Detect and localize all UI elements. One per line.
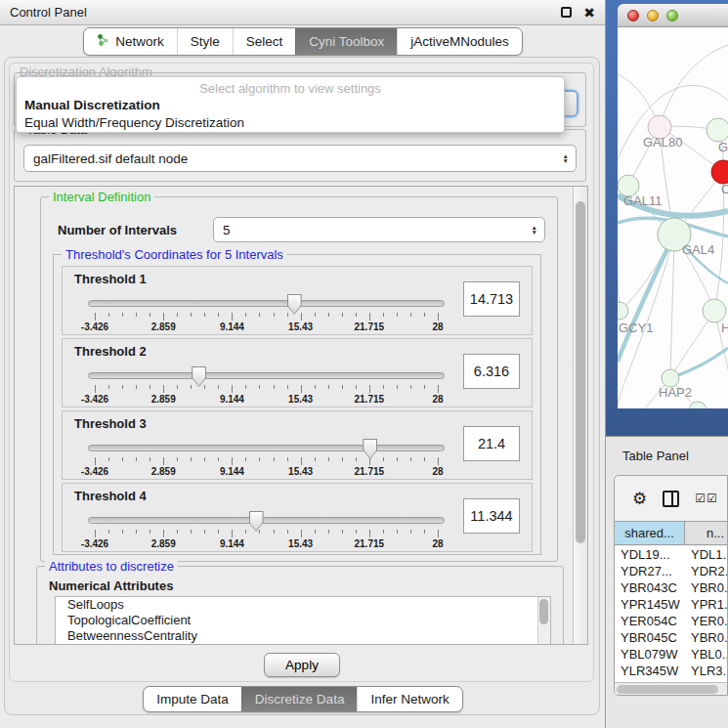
attributes-scrollbar-thumb[interactable] — [539, 599, 548, 624]
zoom-traffic-light-icon[interactable] — [666, 10, 678, 21]
cell-shared-name: YDL19... — [615, 547, 685, 562]
tab-label: Impute Data — [156, 692, 229, 707]
tab-discretize-data[interactable]: Discretize Data — [241, 687, 358, 711]
table-row[interactable]: YBR045CYBR0... — [615, 629, 728, 646]
attributes-group: Attributes to discretize Numerical Attri… — [36, 566, 564, 645]
settings-scrollbar[interactable] — [573, 187, 587, 644]
cell-shared-name: YLR345W — [615, 664, 685, 678]
number-of-intervals-label: Number of Intervals — [58, 223, 177, 237]
threshold-slider-2[interactable]: -3.4262.8599.14415.4321.71528 — [88, 368, 445, 407]
slider-thumb[interactable] — [192, 366, 206, 387]
checkboxes-icon[interactable]: ☑☑ — [695, 492, 718, 505]
float-icon[interactable] — [561, 7, 572, 18]
control-panel: Control Panel ✖ NetworkStyleSelectCyni T… — [0, 0, 606, 728]
slider-track[interactable] — [88, 372, 445, 379]
network-canvas[interactable]: GAL80GAGAL11GAL4CGCY1HHAP2 — [618, 27, 728, 408]
control-panel-title: Control Panel — [10, 5, 561, 20]
column-header-name[interactable]: n... — [685, 522, 728, 544]
control-panel-titlebar: Control Panel ✖ — [0, 0, 605, 25]
threshold-slider-1[interactable]: -3.4262.8599.14415.4321.71528 — [88, 296, 445, 335]
interval-definition-group-label: Interval Definition — [49, 190, 154, 204]
node-label-hap2: HAP2 — [659, 385, 692, 400]
slider-thumb[interactable] — [363, 439, 377, 459]
tab-cyni-toolbox[interactable]: Cyni Toolbox — [295, 28, 397, 55]
table-row[interactable]: YDR27...YDR2... — [615, 563, 728, 579]
cell-shared-name: YBR045C — [615, 630, 685, 645]
slider-track[interactable] — [88, 300, 445, 307]
popup-option-equal-width-frequency-discretization[interactable]: Equal Width/Frequency Discretization — [17, 113, 564, 131]
table-horizontal-scrollbar-thumb[interactable] — [617, 685, 718, 694]
cell-name: YBL0... — [685, 647, 728, 662]
threshold-label: Threshold 2 — [74, 344, 147, 359]
threshold-panel-3: Threshold 3-3.4262.8599.14415.4321.71528… — [62, 410, 533, 480]
table-horizontal-scrollbar[interactable] — [615, 682, 727, 695]
threshold-slider-3[interactable]: -3.4262.8599.14415.4321.71528 — [88, 441, 445, 480]
tab-label: jActiveMNodules — [410, 34, 509, 49]
algorithm-placeholder-option[interactable]: Select algorithm to view settings — [17, 77, 564, 96]
number-of-intervals-combobox[interactable]: 5 ▲▼ — [213, 217, 545, 242]
tab-label: Cyni Toolbox — [309, 34, 384, 49]
threshold-value-field[interactable]: 11.344 — [463, 498, 520, 534]
threshold-value-field[interactable]: 14.713 — [463, 281, 520, 317]
threshold-value-field[interactable]: 6.316 — [463, 354, 520, 389]
attribute-item-selfloops[interactable]: SelfLoops — [56, 597, 550, 613]
control-panel-tabs: NetworkStyleSelectCyni ToolboxjActiveMNo… — [83, 27, 523, 56]
column-header-shared-name[interactable]: shared... — [615, 522, 685, 544]
table-row[interactable]: YER054CYER0... — [615, 613, 728, 629]
table-row[interactable]: YDL19...YDL1... — [615, 546, 728, 563]
tab-impute-data[interactable]: Impute Data — [144, 687, 241, 711]
cell-shared-name: YPR145W — [615, 597, 685, 612]
tab-infer-network[interactable]: Infer Network — [357, 687, 461, 711]
cell-name: YPR1... — [685, 597, 728, 612]
cell-name: YER0... — [685, 614, 728, 628]
tab-jactivemnodules[interactable]: jActiveMNodules — [397, 28, 522, 55]
node-label-c: C — [721, 182, 728, 196]
table-data-combobox[interactable]: galFiltered.sif default node ▲▼ — [23, 145, 577, 172]
numerical-attributes-label: Numerical Attributes — [49, 578, 173, 593]
close-icon[interactable]: ✖ — [583, 6, 595, 20]
control-panel-tabbar: NetworkStyleSelectCyni ToolboxjActiveMNo… — [0, 27, 606, 56]
tab-style[interactable]: Style — [177, 28, 233, 55]
table-row[interactable]: YLR345WYLR3... — [615, 663, 728, 679]
slider-track[interactable] — [88, 517, 445, 524]
threshold-value-field[interactable]: 21.4 — [463, 426, 520, 461]
slider-tick-labels: -3.4262.8599.14415.4321.71528 — [95, 321, 438, 333]
cell-shared-name: YER054C — [615, 614, 685, 628]
slider-thumb[interactable] — [287, 294, 302, 315]
slider-ticks — [95, 530, 438, 537]
attributes-scrollbar[interactable] — [537, 597, 550, 644]
slider-thumb[interactable] — [249, 511, 264, 532]
bottom-tabbar: Impute DataDiscretize DataInfer Network — [0, 686, 606, 712]
tab-network[interactable]: Network — [84, 28, 177, 55]
threshold-slider-4[interactable]: -3.4262.8599.14415.4321.71528 — [88, 513, 445, 552]
gear-icon[interactable]: ⚙ — [632, 491, 647, 507]
node-label-ga: GA — [718, 140, 728, 154]
table-row[interactable]: YBR043CYBR0... — [615, 579, 728, 596]
number-of-intervals-value: 5 — [223, 223, 231, 237]
table-row[interactable]: YPR145WYPR1... — [615, 596, 728, 613]
cell-name: YBR0... — [685, 580, 728, 595]
numerical-attributes-list[interactable]: SelfLoopsTopologicalCoefficientBetweenne… — [55, 596, 551, 645]
settings-scrollbar-thumb[interactable] — [576, 201, 585, 543]
attribute-item-betweennesscentrality[interactable]: BetweennessCentrality — [56, 628, 550, 644]
column-layout-icon[interactable] — [663, 491, 679, 507]
tab-label: Select — [246, 34, 283, 49]
node-label-h: H — [721, 321, 728, 335]
slider-track[interactable] — [88, 445, 445, 451]
cell-shared-name: YDR27... — [615, 564, 685, 578]
node-label-gcy1: GCY1 — [619, 321, 653, 335]
tab-label: Infer Network — [370, 692, 449, 707]
apply-button[interactable]: Apply — [264, 653, 340, 677]
attribute-item-topologicalcoefficient[interactable]: TopologicalCoefficient — [56, 613, 550, 628]
table-row[interactable]: YBL079WYBL0... — [615, 646, 728, 663]
network-window-titlebar[interactable] — [618, 4, 728, 27]
popup-option-manual-discretization[interactable]: Manual Discretization — [17, 96, 564, 113]
slider-ticks — [95, 457, 438, 465]
node-selected-red — [711, 160, 728, 184]
minimize-traffic-light-icon[interactable] — [647, 10, 659, 21]
threshold-panel-4: Threshold 4-3.4262.8599.14415.4321.71528… — [62, 483, 533, 552]
thresholds-group: Threshold's Coordinates for 5 Intervals … — [53, 254, 541, 555]
close-traffic-light-icon[interactable] — [627, 10, 639, 21]
tab-select[interactable]: Select — [233, 28, 296, 55]
bottom-tabs: Impute DataDiscretize DataInfer Network — [143, 686, 462, 712]
